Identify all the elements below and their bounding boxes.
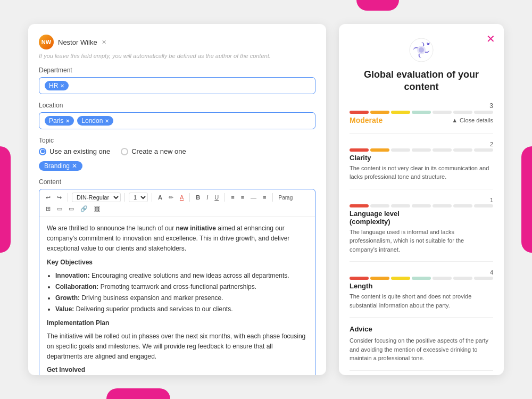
topic-option-new-label: Create a new one: [131, 147, 186, 155]
align-btn[interactable]: ≡: [261, 193, 268, 202]
editor-para-plan: The initiative will be rolled out in pha…: [47, 331, 307, 362]
language-score: 1 Language level (complexity) The langua…: [350, 197, 493, 254]
undo-btn[interactable]: ↩: [44, 193, 53, 202]
close-details-btn[interactable]: ▲ Close details: [452, 117, 493, 123]
bold-btn[interactable]: B: [194, 193, 202, 202]
paragraph-btn[interactable]: Parag: [277, 194, 295, 202]
length-bar-1: [350, 277, 369, 280]
language-bar-6: [453, 204, 472, 207]
editor-body[interactable]: We are thrilled to announce the launch o…: [39, 217, 315, 375]
toolbar-row-1: ↩ ↪ DIN-Regular 14 A ✏ A B I U ≡: [44, 193, 311, 202]
language-bar-4: [412, 204, 431, 207]
list-unordered-btn[interactable]: ≡: [239, 193, 246, 202]
language-desc: The language used is informal and lacks …: [350, 228, 493, 254]
length-name: Length: [350, 282, 493, 290]
underline-btn[interactable]: U: [212, 193, 221, 202]
editor-para-1: We are thrilled to announce the launch o…: [47, 223, 307, 254]
language-number: 1: [350, 197, 493, 203]
embed-btn[interactable]: ▭: [66, 204, 76, 213]
radio-new[interactable]: [121, 148, 128, 155]
list-ordered-btn[interactable]: ≡: [229, 193, 236, 202]
topic-option-existing[interactable]: Use an existing one: [39, 147, 110, 155]
clarity-bar-2: [370, 148, 389, 152]
editor-heading-plan: Implementation Plan: [47, 318, 307, 328]
italic-btn[interactable]: I: [204, 193, 210, 202]
font-family-select[interactable]: DIN-Regular: [72, 193, 121, 202]
toolbar-sep-6: [272, 193, 273, 202]
highlight-btn[interactable]: ✏: [167, 193, 176, 202]
language-bar-1: [350, 204, 369, 207]
svg-point-2: [419, 47, 424, 53]
advice-text: Consider focusing on the positive aspect…: [350, 336, 493, 363]
redo-btn[interactable]: ↪: [55, 193, 64, 202]
clarity-bar-7: [474, 148, 493, 152]
language-bar-2: [370, 204, 389, 207]
panel-title: Global evaluation of your content: [350, 69, 493, 94]
overall-bar-5: [433, 111, 452, 114]
svg-point-4: [429, 43, 430, 44]
decorative-blob-bottom: [106, 388, 170, 399]
list-item-growth: Growth: Driving business expansion and m…: [55, 293, 307, 303]
location-tag-london-remove[interactable]: ✕: [105, 118, 109, 124]
media-btn[interactable]: ▭: [55, 204, 64, 213]
topic-tag-remove[interactable]: ✕: [72, 162, 77, 170]
clarity-bar-1: [350, 148, 369, 152]
author-remove-btn[interactable]: ✕: [102, 39, 106, 46]
toolbar-sep-5: [225, 193, 225, 202]
radio-existing[interactable]: [39, 148, 46, 155]
overall-score-label-row: Moderate ▲ Close details: [350, 116, 493, 124]
divider-1: [350, 133, 493, 134]
decorative-blob-left: [0, 146, 11, 253]
evaluation-close-btn[interactable]: ✕: [486, 32, 495, 45]
language-bar-7: [474, 204, 493, 207]
editor-panel: NW Nestor Wilke ✕ If you leave this fiel…: [28, 24, 326, 375]
length-bar-2: [370, 277, 389, 280]
clarity-bar-5: [433, 148, 452, 152]
evaluation-panel: ✕ Global evaluation of your content 3: [339, 24, 504, 375]
divider-3: [350, 261, 493, 262]
department-input[interactable]: HR ✕: [39, 77, 315, 94]
location-tag-paris-remove[interactable]: ✕: [65, 118, 70, 124]
overall-bar-3: [391, 111, 410, 114]
avatar: NW: [39, 35, 54, 49]
length-bar-3: [391, 277, 410, 280]
author-hint: If you leave this field empty, you will …: [39, 53, 315, 59]
advice-title: Advice: [350, 325, 493, 333]
clarity-name: Clarity: [350, 154, 493, 162]
toolbar-sep-4: [189, 193, 190, 202]
overall-bar-7: [474, 111, 493, 114]
overall-score-label: Moderate: [350, 116, 383, 124]
font-size-select[interactable]: 14: [129, 193, 148, 202]
topic-tag-branding: Branding ✕: [39, 161, 82, 171]
editor-objectives-list: Innovation: Encouraging creative solutio…: [55, 271, 307, 315]
table-btn[interactable]: ⊞: [44, 204, 53, 213]
svg-point-5: [427, 43, 428, 44]
decorative-blob-top: [356, 0, 399, 11]
topic-option-new[interactable]: Create a new one: [121, 147, 186, 155]
editor-toolbar: ↩ ↪ DIN-Regular 14 A ✏ A B I U ≡: [39, 189, 315, 217]
department-tag-hr-remove[interactable]: ✕: [60, 83, 64, 89]
link-btn[interactable]: 🔗: [78, 204, 90, 213]
image-btn[interactable]: 🖼: [92, 205, 102, 213]
hr-btn[interactable]: —: [248, 193, 259, 202]
content-label: Content: [39, 178, 315, 186]
topic-label: Topic: [39, 137, 315, 144]
divider-5: [350, 370, 493, 371]
divider-4: [350, 317, 493, 318]
toolbar-sep-1: [68, 193, 68, 202]
clarity-score: 2 Clarity The content is not very clear …: [350, 141, 493, 181]
length-desc: The content is quite short and does not …: [350, 292, 493, 310]
ai-magic-icon: [408, 37, 435, 63]
length-bar-5: [433, 277, 452, 280]
location-input[interactable]: Paris ✕ London ✕: [39, 112, 315, 129]
overall-bar-2: [370, 111, 389, 114]
length-bar-container: [350, 277, 493, 280]
clear-format-btn[interactable]: A: [178, 193, 186, 202]
overall-bar-container: [350, 111, 493, 114]
chevron-up-icon: ▲: [452, 117, 458, 123]
font-color-btn[interactable]: A: [156, 193, 164, 202]
length-bar-7: [474, 277, 493, 280]
overall-score-section: 3 Moderate ▲ Close details: [350, 102, 493, 124]
close-details-label: Close details: [460, 117, 493, 123]
topic-options: Use an existing one Create a new one: [39, 147, 315, 155]
